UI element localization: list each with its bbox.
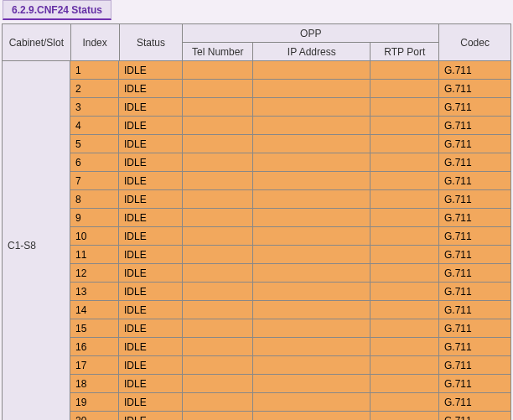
cell-tel [183, 319, 253, 338]
table-row[interactable]: 19IDLEG.711 [70, 393, 511, 412]
cell-ip [253, 319, 370, 338]
cell-rtp [370, 135, 439, 153]
cell-ip [253, 356, 370, 375]
cell-index: 5 [70, 135, 119, 153]
cell-tel [183, 172, 253, 190]
cabinet-slot-value: C1-S8 [3, 61, 70, 420]
cell-codec: G.711 [439, 393, 511, 412]
cell-index: 20 [70, 412, 119, 420]
table-row[interactable]: 20IDLEG.711 [70, 412, 511, 420]
cell-tel [183, 356, 253, 375]
cell-rtp [370, 246, 439, 264]
cell-ip [253, 117, 370, 135]
status-table: Cabinet/Slot Index Status OPP Tel Number… [2, 23, 511, 420]
table-row[interactable]: 3IDLEG.711 [70, 98, 511, 117]
cell-rtp [370, 172, 439, 190]
cell-rtp [370, 153, 439, 172]
cell-index: 18 [70, 375, 119, 393]
table-row[interactable]: 2IDLEG.711 [70, 80, 511, 98]
cell-ip [253, 135, 370, 153]
cell-ip [253, 98, 370, 117]
cell-codec: G.711 [439, 246, 511, 264]
table-row[interactable]: 7IDLEG.711 [70, 172, 511, 190]
cell-ip [253, 338, 370, 356]
col-tel-number: Tel Number [183, 43, 253, 61]
cell-codec: G.711 [439, 80, 511, 98]
cell-index: 10 [70, 227, 119, 246]
table-row[interactable]: 16IDLEG.711 [70, 338, 511, 356]
cell-index: 12 [70, 264, 119, 283]
cell-ip [253, 172, 370, 190]
tab-cnf24-status[interactable]: 6.2.9.CNF24 Status [3, 0, 111, 20]
cell-tel [183, 80, 253, 98]
cell-rtp [370, 227, 439, 246]
cell-ip [253, 227, 370, 246]
cell-tel [183, 246, 253, 264]
cell-tel [183, 412, 253, 420]
col-status: Status [120, 24, 184, 61]
table-row[interactable]: 6IDLEG.711 [70, 153, 511, 172]
table-row[interactable]: 1IDLEG.711 [70, 61, 511, 80]
cell-status: IDLE [119, 135, 183, 153]
cell-codec: G.711 [439, 98, 511, 117]
cell-rtp [370, 209, 439, 227]
cell-tel [183, 301, 253, 319]
cell-tel [183, 227, 253, 246]
table-row[interactable]: 18IDLEG.711 [70, 375, 511, 393]
cell-ip [253, 412, 370, 420]
cell-codec: G.711 [439, 338, 511, 356]
cell-ip [253, 153, 370, 172]
table-row[interactable]: 14IDLEG.711 [70, 301, 511, 319]
table-row[interactable]: 12IDLEG.711 [70, 264, 511, 283]
cell-status: IDLE [119, 319, 183, 338]
cell-status: IDLE [119, 338, 183, 356]
cell-ip [253, 375, 370, 393]
cell-status: IDLE [119, 283, 183, 301]
cell-ip [253, 246, 370, 264]
cell-codec: G.711 [439, 190, 511, 209]
cell-rtp [370, 319, 439, 338]
cell-codec: G.711 [439, 172, 511, 190]
table-row[interactable]: 13IDLEG.711 [70, 283, 511, 301]
cell-rtp [370, 412, 439, 420]
table-row[interactable]: 5IDLEG.711 [70, 135, 511, 153]
table-header-row: Cabinet/Slot Index Status OPP Tel Number… [3, 24, 511, 61]
col-rtp-port: RTP Port [370, 43, 439, 61]
cell-tel [183, 98, 253, 117]
cell-ip [253, 190, 370, 209]
tab-label: 6.2.9.CNF24 Status [12, 4, 102, 16]
cell-rtp [370, 80, 439, 98]
cell-tel [183, 393, 253, 412]
table-row[interactable]: 4IDLEG.711 [70, 117, 511, 135]
cell-status: IDLE [119, 61, 183, 80]
cell-tel [183, 283, 253, 301]
cell-ip [253, 264, 370, 283]
table-row[interactable]: 11IDLEG.711 [70, 246, 511, 264]
cell-codec: G.711 [439, 301, 511, 319]
cell-rtp [370, 393, 439, 412]
cell-index: 19 [70, 393, 119, 412]
cell-index: 15 [70, 319, 119, 338]
cell-tel [183, 338, 253, 356]
table-row[interactable]: 17IDLEG.711 [70, 356, 511, 375]
table-row[interactable]: 9IDLEG.711 [70, 209, 511, 227]
cell-rtp [370, 283, 439, 301]
cell-ip [253, 80, 370, 98]
col-ip-address: IP Address [253, 43, 370, 61]
cell-codec: G.711 [439, 375, 511, 393]
cell-rtp [370, 264, 439, 283]
table-row[interactable]: 15IDLEG.711 [70, 319, 511, 338]
cell-status: IDLE [119, 356, 183, 375]
table-row[interactable]: 10IDLEG.711 [70, 227, 511, 246]
cell-index: 14 [70, 301, 119, 319]
table-row[interactable]: 8IDLEG.711 [70, 190, 511, 209]
cell-status: IDLE [119, 190, 183, 209]
cell-codec: G.711 [439, 412, 511, 420]
cell-codec: G.711 [439, 227, 511, 246]
cell-tel [183, 375, 253, 393]
cell-codec: G.711 [439, 319, 511, 338]
cell-codec: G.711 [439, 209, 511, 227]
col-opp: OPP [183, 24, 439, 43]
cell-rtp [370, 301, 439, 319]
cell-index: 4 [70, 117, 119, 135]
